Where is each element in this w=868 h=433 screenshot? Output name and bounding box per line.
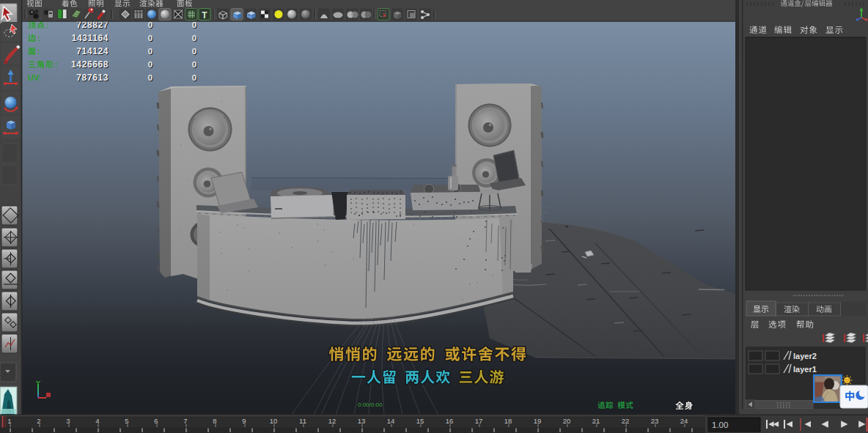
svg-text::: : [55, 60, 58, 69]
svg-text:13: 13 [358, 417, 366, 425]
svg-text:787613: 787613 [76, 73, 108, 83]
svg-text:9: 9 [242, 417, 246, 425]
svg-text:18: 18 [504, 417, 512, 425]
svg-text:layer1: layer1 [793, 365, 817, 374]
svg-text:0: 0 [148, 47, 152, 56]
svg-text:23: 23 [651, 417, 659, 425]
svg-text:16: 16 [446, 417, 454, 425]
svg-text:1431164: 1431164 [72, 33, 108, 43]
svg-text:UV:: UV: [28, 73, 41, 82]
svg-text:24: 24 [680, 417, 688, 425]
svg-text:714124: 714124 [76, 46, 108, 56]
svg-text:12: 12 [328, 417, 336, 425]
svg-text::: : [37, 34, 40, 42]
svg-text:17: 17 [475, 417, 483, 425]
svg-text:6: 6 [154, 417, 158, 425]
svg-text:2: 2 [37, 417, 40, 425]
svg-text:0: 0 [192, 21, 196, 29]
svg-text:11: 11 [299, 417, 306, 425]
svg-text:22: 22 [622, 417, 630, 425]
svg-text:1: 1 [7, 417, 11, 425]
svg-text:19: 19 [534, 417, 542, 425]
svg-text:0: 0 [148, 73, 152, 82]
svg-text:21: 21 [592, 417, 600, 425]
svg-text:0: 0 [148, 34, 152, 42]
svg-text::: : [37, 47, 40, 56]
svg-text:3: 3 [66, 417, 70, 425]
svg-text:layer2: layer2 [793, 352, 817, 360]
svg-text:0: 0 [192, 60, 196, 69]
svg-text:0:00/0:00: 0:00/0:00 [358, 401, 383, 408]
svg-text:1426668: 1426668 [71, 59, 108, 70]
svg-text:T: T [202, 10, 207, 21]
svg-text:8: 8 [213, 417, 216, 425]
svg-text:10: 10 [270, 417, 278, 425]
svg-text:0: 0 [192, 34, 196, 42]
svg-text:20: 20 [563, 417, 571, 425]
svg-text:15: 15 [416, 417, 424, 425]
svg-text:0: 0 [148, 21, 152, 29]
svg-text:14: 14 [387, 417, 395, 425]
svg-text:0: 0 [148, 60, 152, 69]
svg-text:4: 4 [95, 417, 99, 425]
svg-text:0: 0 [192, 73, 196, 82]
svg-text:0: 0 [192, 47, 196, 56]
svg-text:1.00: 1.00 [712, 421, 728, 429]
svg-text:7: 7 [183, 417, 187, 425]
svg-text::: : [46, 21, 49, 29]
svg-text:5: 5 [125, 417, 128, 425]
